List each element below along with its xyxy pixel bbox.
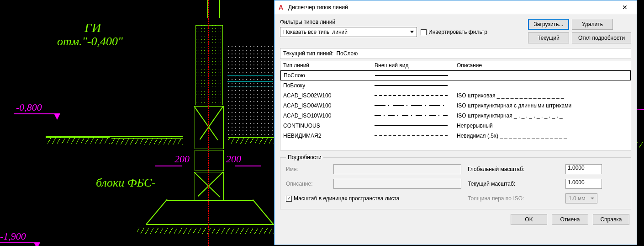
table-header[interactable]: Тип линий Внешний вид Описание xyxy=(280,61,631,70)
checkbox-icon xyxy=(286,196,292,202)
paperspace-scale-label: Масштаб в единицах пространства листа xyxy=(294,195,400,202)
linetype-manager-dialog: A Диспетчер типов линий ✕ Фильтры типов … xyxy=(274,0,637,245)
global-scale-label: Глобальный масштаб: xyxy=(468,166,559,172)
cell-appearance xyxy=(372,104,454,107)
current-linetype-label: Текущий тип линий: xyxy=(283,50,333,57)
details-name-input xyxy=(333,164,461,174)
cell-description: ISO штриховая _ _ _ _ _ _ _ _ _ _ _ _ _ … xyxy=(454,91,631,100)
details-desc-label: Описание: xyxy=(286,181,327,187)
cell-appearance xyxy=(372,84,454,87)
cell-appearance xyxy=(372,124,454,127)
cell-name: ACAD_ISO04W100 xyxy=(280,102,372,110)
cancel-button[interactable]: Отмена xyxy=(552,214,588,225)
details-legend: Подробности xyxy=(286,154,323,160)
cell-name: ACAD_ISO02W100 xyxy=(280,91,372,100)
col-name[interactable]: Тип линий xyxy=(280,61,372,70)
global-scale-input[interactable]: 1.0000 xyxy=(565,164,602,174)
linetype-table: Тип линий Внешний вид Описание ПоСлоюПоБ… xyxy=(280,61,631,150)
cell-appearance xyxy=(372,134,454,137)
details-name-label: Имя: xyxy=(286,166,327,172)
col-appearance[interactable]: Внешний вид xyxy=(372,61,454,70)
table-row[interactable]: CONTINUOUSНепрерывный xyxy=(280,121,631,131)
details-desc-input xyxy=(333,179,461,189)
current-button[interactable]: Текущий xyxy=(528,32,569,43)
col-description[interactable]: Описание xyxy=(454,61,631,70)
titlebar[interactable]: A Диспетчер типов линий ✕ xyxy=(274,0,637,14)
filter-combo-value: Показать все типы линий xyxy=(283,29,348,35)
filter-combo[interactable]: Показать все типы линий xyxy=(280,27,417,37)
paperspace-scale-checkbox[interactable]: Масштаб в единицах пространства листа xyxy=(286,195,461,202)
cad-label-gi: ГИ xyxy=(84,21,101,35)
details-group: Подробности Имя: Глобальный масштаб: 1.0… xyxy=(280,154,631,209)
cad-label-elev: отм."-0,400" xyxy=(57,35,123,48)
cad-dim-1900: -1,900 xyxy=(0,230,26,242)
current-scale-label: Текущий масштаб: xyxy=(468,181,559,187)
checkbox-icon xyxy=(421,29,427,35)
table-row[interactable]: ACAD_ISO02W100ISO штриховая _ _ _ _ _ _ … xyxy=(280,91,631,101)
table-row[interactable]: НЕВИДИМАЯ2Невидимая (.5x) _ _ _ _ _ _ _ … xyxy=(280,131,631,141)
cell-name: НЕВИДИМАЯ2 xyxy=(280,132,372,140)
cell-appearance xyxy=(372,94,454,97)
cell-appearance xyxy=(372,114,454,117)
filter-group: Фильтры типов линий Показать все типы ли… xyxy=(280,19,522,43)
dialog-title: Диспетчер типов линий xyxy=(288,4,616,11)
help-button[interactable]: Справка xyxy=(593,214,629,225)
cell-name: ПоБлоку xyxy=(280,81,372,90)
close-button[interactable]: ✕ xyxy=(616,0,634,14)
current-linetype-row: Текущий тип линий: ПоСлою xyxy=(280,48,631,59)
cell-description: ISO штрихпунктирная с длинными штрихами xyxy=(454,102,631,110)
cell-name: CONTINUOUS xyxy=(280,122,372,130)
cell-description xyxy=(454,85,631,86)
cad-label-fbs: блоки ФБС- xyxy=(96,176,156,190)
cad-dim-200a: 200 xyxy=(174,153,190,165)
cell-description: Непрерывный xyxy=(454,122,631,130)
current-scale-input[interactable]: 1.0000 xyxy=(565,179,602,189)
invert-filter-checkbox[interactable]: Инвертировать фильтр xyxy=(421,29,487,35)
delete-button[interactable]: Удалить xyxy=(572,19,613,30)
load-button[interactable]: Загрузить... xyxy=(528,19,569,30)
cad-dim-0800: -0,800 xyxy=(16,102,42,113)
cell-appearance xyxy=(372,74,454,77)
pen-thickness-label: Толщина пера по ISO: xyxy=(468,195,559,202)
cell-description: ISO штрихпунктирная _ . _ . _ . _ . _ . … xyxy=(454,112,631,120)
filters-label: Фильтры типов линий xyxy=(280,19,522,25)
table-row[interactable]: ПоСлою xyxy=(280,70,631,80)
ok-button[interactable]: OK xyxy=(511,214,547,225)
table-row[interactable]: ACAD_ISO10W100ISO штрихпунктирная _ . _ … xyxy=(280,111,631,121)
cell-name: ACAD_ISO10W100 xyxy=(280,112,372,120)
table-row[interactable]: ПоБлоку xyxy=(280,80,631,91)
cad-dim-200b: 200 xyxy=(226,153,241,165)
cell-description: Невидимая (.5x) _ _ _ _ _ _ _ _ _ _ _ _ … xyxy=(454,132,631,140)
cell-description xyxy=(454,75,630,76)
cell-name: ПоСлою xyxy=(281,71,372,80)
table-row[interactable]: ACAD_ISO04W100ISO штрихпунктирная с длин… xyxy=(280,101,631,111)
pen-thickness-combo: 1.0 мм xyxy=(565,193,597,203)
current-linetype-value: ПоСлою xyxy=(336,50,358,57)
invert-filter-label: Инвертировать фильтр xyxy=(428,29,487,35)
details-toggle-button[interactable]: Откл подробности xyxy=(572,32,631,43)
autocad-icon: A xyxy=(277,4,285,11)
